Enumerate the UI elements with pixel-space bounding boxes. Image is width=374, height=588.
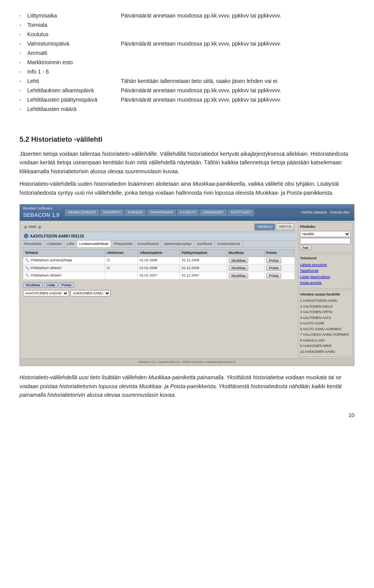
- cell-paattymispaiva: 31.12.2007: [180, 272, 227, 280]
- cell-muokkaa[interactable]: Muokkaa: [227, 272, 264, 280]
- muokkaa-button[interactable]: Muokkaa: [229, 273, 249, 278]
- muokkaa-main-button[interactable]: Muokkaa: [23, 282, 43, 288]
- quick-search-input[interactable]: [300, 238, 351, 244]
- cell-paattymispaiva: 31.12.2008: [180, 264, 227, 272]
- cell-muokkaa[interactable]: Muokkaa: [227, 257, 264, 264]
- tab-kurssihistoria[interactable]: Kurssihistoria: [135, 241, 161, 248]
- tab-yritys[interactable]: YRITYS: [276, 224, 294, 231]
- nav-kurssit[interactable]: KURSSIT: [125, 209, 146, 216]
- nav-kayttajat[interactable]: KÄYTTÄJÄT: [228, 209, 254, 216]
- bottom-selects: AAATATUNEN AADAM AAKKONEN AAMU: [21, 289, 296, 298]
- nav-tapahtumat[interactable]: TAPAHTUMAT: [147, 209, 176, 216]
- bullet-row-toimiala: - Toimiala: [19, 21, 355, 29]
- recent-item-6[interactable]: 6 AALTO AAMU AURINKO: [300, 327, 351, 332]
- cell-poista[interactable]: Poista: [265, 272, 295, 280]
- recent-item-10[interactable]: 10 AAKKONEN AAMU: [300, 349, 351, 355]
- section-title: Historiatieto -välilehti: [31, 136, 102, 143]
- select-person-1[interactable]: AAATATUNEN AADAM: [23, 290, 69, 296]
- cell-aktilvinen: ☑: [105, 257, 138, 264]
- table-row: 🔍 Yhdistyksen puheenjohtaja ☑ 01.01.2008…: [23, 257, 295, 264]
- cell-aktilvinen: ☑: [105, 264, 138, 272]
- tab-yhteystiedot[interactable]: Yhteystiedot: [111, 241, 136, 248]
- bullet-row-info: - Info 1 - 6: [19, 68, 355, 76]
- recent-item-5[interactable]: 5 AALTO AUNE: [300, 321, 351, 326]
- lisaa-button[interactable]: Lisää: [44, 282, 58, 288]
- poista-button[interactable]: Poista: [266, 273, 281, 278]
- screenshot-container: Member Software SEBACON 1.9 HENKILÖTIEDO…: [19, 204, 355, 366]
- bullet-row-lehti: - Lehti Tähän kenttään tallennetaan tiet…: [19, 77, 355, 85]
- caption-paragraph: Historiatieto-välilehdellä uusi tieto li…: [19, 373, 355, 399]
- col-poista: Poista: [265, 250, 295, 257]
- sub-tabs: Perustiedot Lisätiedot Lehti Luottamuste…: [21, 241, 296, 248]
- poista-button[interactable]: Poista: [266, 258, 281, 263]
- col-aktilvinen: Aktilvinen: [105, 250, 138, 257]
- poista-button[interactable]: Poista: [266, 265, 281, 271]
- tab-perustiedot[interactable]: Perustiedot: [21, 241, 44, 248]
- nav-henkilotiedot[interactable]: HENKILÖTIEDOT: [65, 209, 99, 216]
- cell-poista[interactable]: Poista: [265, 257, 295, 264]
- recent-item-2[interactable]: 2 AALTONEN KIELO: [300, 304, 351, 310]
- tab-jasenmaksuyritys[interactable]: Jäsenmaksuyritys: [161, 241, 194, 248]
- bullet-list-top: - Liittymisaika Päivämäärät annetaan muo…: [19, 12, 355, 113]
- muokkaa-button[interactable]: Muokkaa: [229, 265, 249, 271]
- expand-icon[interactable]: 🔍: [25, 266, 29, 270]
- actions-title: Toiminnot: [300, 256, 351, 261]
- table-row: 🔍 Yhdistyksen sihteerl ☑ 01.01.2008 31.1…: [23, 264, 295, 272]
- section-number: 5.2: [19, 136, 29, 143]
- col-paattymispaiva: Päättymispäivä: [180, 250, 227, 257]
- action-kirjaa-auoritia[interactable]: Kirjaa auoritia: [300, 280, 351, 286]
- quick-search-select[interactable]: Henkilö: [300, 231, 351, 237]
- cell-aktilvinen: [105, 272, 138, 280]
- bullet-row-liittymisaika: - Liittymisaika Päivämäärät annetaan muo…: [19, 12, 355, 20]
- quick-search-button[interactable]: hae: [300, 245, 311, 250]
- nav-kiraudu-ulos[interactable]: Kiraudu ulos: [330, 210, 349, 215]
- action-laske-jasenmaksut[interactable]: Laske jäsenmaksut: [300, 275, 351, 280]
- main-panel: ⊕ back ⊕ HENKILO YRITYS AADOLFSSON AAMU …: [21, 222, 296, 357]
- cell-alkamispaiva: 01.01.2007: [138, 272, 180, 280]
- nav-raportit[interactable]: RAPORTIT: [100, 209, 124, 216]
- cell-alkamispaiva: 01.01.2008: [138, 264, 180, 272]
- recent-item-4[interactable]: 4 AALTONEN AATU: [300, 315, 351, 321]
- action-button-bar: Muokkaa Lisää Poista: [21, 281, 296, 289]
- muokkaa-button[interactable]: Muokkaa: [229, 258, 249, 263]
- app-body: ⊕ back ⊕ HENKILO YRITYS AADOLFSSON AAMU …: [20, 221, 354, 358]
- tab-luottamustehtavat[interactable]: Luottamustehtävät: [77, 241, 111, 248]
- nav-lomakkeet[interactable]: LOMAKKEET: [199, 209, 227, 216]
- section-heading: 5.2 Historiatieto -välilehti: [19, 134, 355, 145]
- action-laheta-tunnukset[interactable]: Lähetä tunnukset: [300, 262, 351, 268]
- bullet-row-valmistumispaiva: - Valmistumispäivä Päivämäärät annetaan …: [19, 40, 355, 48]
- toolbar-back[interactable]: back: [29, 224, 36, 230]
- nav-vaihda-salasana[interactable]: Vaihda salasana: [301, 210, 327, 215]
- tab-lehti[interactable]: Lehti: [64, 241, 77, 248]
- expand-icon[interactable]: 🔍: [25, 273, 29, 277]
- bullet-row-markkinoinnin-esto: - Markkinoinnin esto: [19, 58, 355, 67]
- recent-item-9[interactable]: 9 AAKKONEN MIKE: [300, 343, 351, 349]
- action-tapahtumat[interactable]: Tapahtumat: [300, 268, 351, 274]
- actions-panel: Toiminnot Lähetä tunnukset Tapahtumat La…: [298, 254, 353, 289]
- history-table: Tehtävä Aktilvinen Alkamispäivä Päättymi…: [23, 249, 295, 280]
- recent-item-1[interactable]: 1 AADOLFSSON AAMU: [300, 298, 351, 304]
- recent-item-7[interactable]: 7 AALLOKKO AAMU AURINKO: [300, 332, 351, 338]
- bullet-row-lehtitilauksen-alkamispaiva: - Lehtitilauksen alkamispäivä Päivämäärä…: [19, 86, 355, 95]
- recent-persons: Viimeksi avatut henkilöt 1 AADOLFSSON AA…: [298, 290, 353, 357]
- poista-main-button[interactable]: Poista: [59, 282, 74, 288]
- cell-tehtava: 🔍 Yhdistyksen puheenjohtaja: [23, 257, 105, 264]
- recent-item-3[interactable]: 3 AALTONEN ARTSI: [300, 310, 351, 315]
- app-header: Member Software SEBACON 1.9 HENKILÖTIEDO…: [20, 204, 354, 221]
- expand-icon[interactable]: 🔍: [25, 258, 29, 262]
- toolbar-circle-plus[interactable]: ⊕: [24, 224, 27, 231]
- tab-henkilo[interactable]: HENKILO: [254, 224, 275, 231]
- toolbar-circle-fwd[interactable]: ⊕: [38, 224, 41, 231]
- select-person-2[interactable]: AAKKONEN AAMU: [71, 290, 111, 296]
- recent-item-8[interactable]: 8 AAKULA LISA: [300, 338, 351, 343]
- nav-kyselyt[interactable]: KYSELYT: [177, 209, 199, 216]
- tab-kuntoimatrinat[interactable]: Kuntoimatrinat: [215, 241, 243, 248]
- right-sidebar: Pikahaku Henkilö hae Toiminnot Lähetä tu…: [298, 222, 353, 357]
- tab-suorifusel[interactable]: Suorifusel: [194, 241, 215, 248]
- cell-tehtava: 🔍 Yhdistyksen sihteerl: [23, 264, 105, 272]
- app-footer: Sebacon Oy • Opastinsilta 8 E • 00520 He…: [20, 358, 354, 366]
- cell-poista[interactable]: Poista: [265, 264, 295, 272]
- cell-muokkaa[interactable]: Muokkaa: [227, 264, 264, 272]
- quick-search: Pikahaku Henkilö hae: [298, 222, 353, 252]
- tab-lisatiedot[interactable]: Lisätiedot: [44, 241, 65, 248]
